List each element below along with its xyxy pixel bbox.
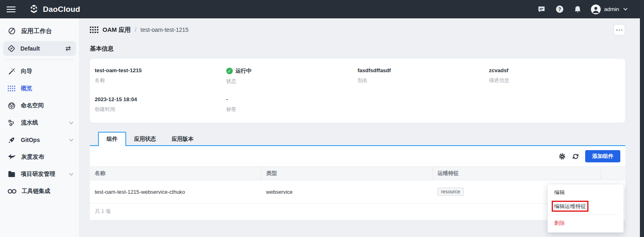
- chevron-down-icon: [69, 139, 74, 142]
- user-menu[interactable]: admin: [591, 4, 628, 14]
- top-bar: DaoCloud ? admin: [0, 0, 644, 18]
- breadcrumb-root[interactable]: OAM 应用: [90, 26, 131, 34]
- menu-item-edit[interactable]: 编辑: [548, 186, 624, 199]
- sidebar-item-label: 向导: [21, 68, 74, 75]
- sidebar-item-toolchain[interactable]: 工具链集成: [0, 183, 79, 200]
- sidebar-item-label: 项目研发管理: [21, 171, 64, 178]
- sidebar-item-gitops[interactable]: GitOps: [0, 131, 79, 148]
- components-panel: 添加组件 名称 类型 运维特征 test-oam-test-1215-webse…: [90, 146, 625, 220]
- column-header-actions: [601, 167, 625, 180]
- help-icon[interactable]: ?: [555, 5, 564, 14]
- chevron-down-icon: [623, 8, 628, 11]
- field-value: zcvadsf: [489, 67, 620, 74]
- menu-toggle-icon[interactable]: [7, 5, 16, 14]
- table-header-row: 名称 类型 运维特征: [90, 167, 625, 180]
- field-status: ✓ 运行中 状态: [226, 67, 358, 85]
- infinity-icon: [8, 189, 16, 194]
- status-running-icon: ✓: [226, 68, 233, 74]
- field-label: 别名: [358, 77, 489, 84]
- wand-icon: [8, 68, 16, 75]
- breadcrumb-root-label: OAM 应用: [103, 26, 131, 34]
- table-row[interactable]: test-oam-test-1215-webservice-cthuko web…: [90, 180, 625, 204]
- menu-item-edit-traits[interactable]: 编辑运维特征: [548, 199, 624, 213]
- field-label: 标签: [226, 106, 358, 113]
- workbench-icon: [8, 27, 16, 35]
- bird-icon: [8, 154, 16, 160]
- switch-workspace-icon[interactable]: [65, 45, 72, 52]
- field-value: fasdfsdffasdf: [358, 67, 489, 74]
- gear-icon[interactable]: [558, 153, 566, 160]
- sidebar-item-label: Default: [20, 45, 59, 52]
- username: admin: [604, 6, 619, 12]
- field-label: 名称: [95, 77, 226, 84]
- window-scrollbar[interactable]: [640, 0, 644, 237]
- tab-components[interactable]: 组件: [98, 132, 126, 146]
- sidebar-item-overview[interactable]: 概览: [0, 80, 79, 97]
- daocloud-logo-icon: [29, 4, 39, 15]
- sidebar-item-default-workspace[interactable]: Default: [3, 41, 76, 56]
- sidebar-item-label: 概览: [21, 85, 74, 92]
- field-label: 创建时间: [95, 106, 226, 113]
- basic-info-title: 基本信息: [90, 45, 625, 53]
- rocket-icon: [8, 136, 16, 144]
- sidebar-item-workbench[interactable]: 应用工作台: [0, 22, 79, 40]
- sidebar-item-label: 应用工作台: [21, 27, 74, 35]
- column-header-traits: 运维特征: [432, 167, 601, 180]
- menu-divider: [553, 215, 618, 215]
- sidebar-item-wizard[interactable]: 向导: [0, 63, 79, 80]
- breadcrumb-separator: /: [135, 27, 136, 33]
- table-footer-count: 共 1 项: [90, 204, 625, 220]
- table-toolbar: 添加组件: [90, 146, 625, 166]
- sidebar-divider: [5, 59, 74, 60]
- oam-app-grid-icon: [90, 27, 98, 33]
- cell-component-type: webservice: [261, 180, 433, 204]
- sidebar-item-label: 命名空间: [21, 102, 74, 109]
- column-header-name: 名称: [90, 167, 261, 180]
- breadcrumb: OAM 应用 / test-oam-test-1215: [90, 24, 625, 36]
- cell-component-name: test-oam-test-1215-webservice-cthuko: [90, 180, 261, 204]
- sidebar: 应用工作台 Default 向导 概览: [0, 18, 80, 237]
- sidebar-item-pipeline[interactable]: 流水线: [0, 114, 79, 131]
- sidebar-item-namespace[interactable]: 命名空间: [0, 97, 79, 114]
- sidebar-item-label: 灰度发布: [21, 153, 74, 161]
- refresh-icon[interactable]: [572, 153, 579, 160]
- folder-icon: [8, 171, 16, 177]
- basic-info-card: test-oam-test-1215 名称 ✓ 运行中 状态 fasdfsdff…: [90, 59, 625, 123]
- annotation-highlight-box: 编辑运维特征: [554, 203, 586, 209]
- field-value: 2023-12-15 18:04: [95, 96, 226, 103]
- bell-icon[interactable]: [573, 5, 582, 14]
- sidebar-item-project-management[interactable]: 项目研发管理: [0, 166, 79, 183]
- field-value: 运行中: [236, 67, 252, 75]
- sidebar-item-gray-release[interactable]: 灰度发布: [0, 148, 79, 166]
- tab-app-status[interactable]: 应用状态: [126, 133, 164, 145]
- menu-item-delete[interactable]: 删除: [548, 216, 624, 230]
- field-label: 描述信息: [489, 77, 620, 84]
- field-alias: fasdfsdffasdf 别名: [358, 67, 489, 85]
- avatar-icon: [591, 4, 601, 14]
- chat-icon[interactable]: [537, 5, 546, 14]
- field-created-time: 2023-12-15 18:04 创建时间: [95, 96, 226, 113]
- chevron-down-icon: [69, 173, 74, 176]
- add-component-button[interactable]: 添加组件: [585, 150, 620, 162]
- namespace-cube-icon: [8, 102, 16, 110]
- grid-dots-icon: [8, 86, 16, 92]
- row-context-menu: 编辑 编辑运维特征 删除: [548, 184, 624, 233]
- tab-app-version[interactable]: 应用版本: [164, 133, 201, 145]
- more-actions-button[interactable]: [613, 24, 625, 35]
- column-header-type: 类型: [261, 167, 433, 180]
- brand-name: DaoCloud: [43, 5, 80, 14]
- trait-chip[interactable]: resource: [437, 188, 464, 196]
- svg-text:?: ?: [558, 7, 561, 12]
- sidebar-item-label: 工具链集成: [22, 188, 74, 195]
- field-value: test-oam-test-1215: [95, 67, 226, 74]
- breadcrumb-current: test-oam-test-1215: [140, 27, 189, 33]
- components-table: 名称 类型 运维特征 test-oam-test-1215-webservice…: [90, 166, 625, 204]
- field-labels: - 标签: [226, 96, 358, 113]
- field-name: test-oam-test-1215 名称: [95, 67, 226, 85]
- brand[interactable]: DaoCloud: [29, 4, 80, 15]
- tab-bar: 组件 应用状态 应用版本: [90, 132, 625, 146]
- pipeline-icon: [8, 119, 16, 127]
- sidebar-item-label: GitOps: [21, 137, 64, 143]
- field-label: 状态: [226, 78, 358, 85]
- sidebar-item-label: 流水线: [21, 119, 64, 126]
